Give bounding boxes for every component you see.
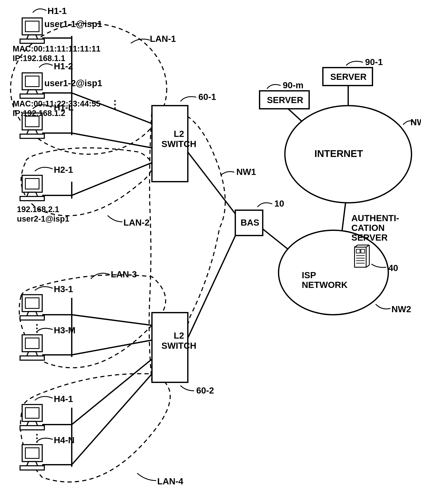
host-id: H2-1: [54, 165, 73, 175]
computer-icon: [20, 175, 44, 201]
computer-icon: [20, 404, 44, 430]
host-id: H1-1: [47, 6, 67, 16]
server-label: SERVER: [267, 95, 303, 105]
host-id: H4-1: [54, 394, 73, 404]
host-id: H3-1: [54, 284, 73, 294]
isp-label: ISP NETWORK: [302, 270, 348, 290]
svg-line-30: [72, 315, 152, 325]
lan-label: LAN-1: [150, 34, 176, 44]
host-id: H4-N: [54, 435, 75, 445]
network-label: NW1: [236, 167, 256, 177]
svg-line-35: [188, 231, 237, 338]
computer-icon: [20, 335, 44, 360]
host-ip: 192.168.2.1: [17, 205, 59, 214]
computer-icon: [20, 18, 44, 43]
svg-line-37: [342, 198, 346, 232]
bas-label: BAS: [240, 218, 259, 228]
host-user: user1-2@isp1: [44, 78, 102, 88]
lan-label: LAN-2: [123, 218, 150, 228]
svg-line-29: [72, 163, 152, 195]
switch-id: 60-2: [196, 385, 214, 396]
computer-icon: [20, 445, 44, 470]
switch-id: 60-1: [198, 92, 216, 102]
svg-line-33: [72, 374, 152, 465]
svg-line-32: [72, 359, 152, 425]
host-user: user2-1@isp1: [17, 214, 69, 223]
host-user: user1-1@isp1: [44, 19, 102, 29]
server-label: SERVER: [330, 72, 367, 82]
auth-server-label: AUTHENTI- CATION SERVER: [351, 213, 399, 243]
svg-text:⋮: ⋮: [32, 322, 42, 334]
switch-label: L2 SWITCH: [161, 129, 196, 149]
host-id: H1-2: [54, 61, 73, 71]
internet-label: INTERNET: [314, 148, 363, 159]
lan-label: LAN-3: [111, 269, 137, 279]
server-id: 90-1: [365, 57, 383, 67]
svg-line-34: [188, 152, 237, 216]
auth-server-id: 40: [388, 263, 398, 273]
host-mac: MAC:00:11:11:11:11:11: [13, 44, 100, 54]
lan-label: LAN-4: [157, 476, 183, 486]
host-id: H3-M: [54, 325, 76, 336]
svg-text:⋮: ⋮: [32, 432, 42, 444]
bas-id: 10: [274, 198, 284, 209]
network-label: NW3: [410, 117, 421, 127]
switch-label: L2 SWITCH: [161, 330, 196, 351]
svg-line-31: [72, 340, 152, 355]
computer-icon: [20, 73, 44, 98]
svg-line-28: [72, 133, 152, 148]
svg-text:⋮: ⋮: [110, 98, 120, 110]
computer-icon: [20, 295, 44, 320]
network-label: NW2: [392, 304, 411, 314]
server-id: 90-m: [283, 80, 304, 90]
host-id: H1-L: [54, 102, 73, 113]
